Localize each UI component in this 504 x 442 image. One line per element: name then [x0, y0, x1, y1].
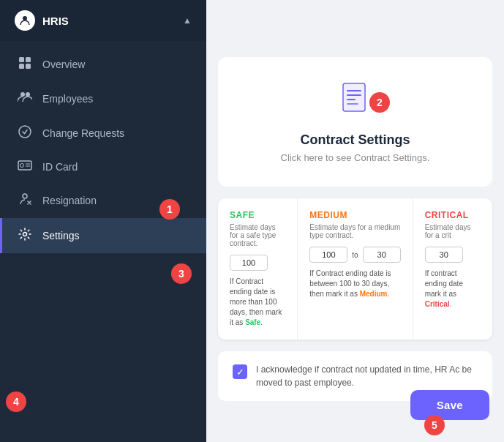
- svg-point-13: [23, 233, 27, 236]
- medium-card: MEDIUM Estimate days for a medium type c…: [298, 198, 413, 340]
- main-content: Contract Settings Click here to see Cont…: [206, 0, 504, 442]
- safe-label: SAFE: [230, 210, 285, 220]
- critical-note: If contract ending date mark it as Criti…: [425, 269, 481, 310]
- id-card-icon: [18, 160, 32, 173]
- acknowledgement-checkbox-wrap[interactable]: ✓: [233, 364, 247, 379]
- medium-input-from[interactable]: [309, 247, 347, 263]
- sidebar-item-employees[interactable]: Employees: [0, 82, 206, 116]
- svg-rect-3: [19, 64, 24, 69]
- badge-4: 4: [6, 392, 26, 412]
- contract-settings-subtitle: Click here to see Contract Settings.: [281, 152, 430, 163]
- svg-point-6: [26, 92, 30, 97]
- safe-card: SAFE Estimate days for a safe type contr…: [218, 198, 298, 340]
- chevron-up-icon: ▲: [183, 15, 192, 26]
- contract-settings-card[interactable]: Contract Settings Click here to see Cont…: [218, 57, 492, 187]
- critical-label: CRITICAL: [425, 210, 481, 220]
- settings-icon: [18, 228, 32, 244]
- status-cards-row: SAFE Estimate days for a safe type contr…: [218, 198, 492, 340]
- acknowledgement-checkbox[interactable]: ✓: [233, 364, 247, 379]
- sidebar: HRIS ▲ Overview: [0, 0, 206, 442]
- sidebar-item-overview-label: Overview: [42, 59, 85, 70]
- save-button[interactable]: Save: [410, 390, 489, 420]
- critical-inputs: [425, 247, 481, 263]
- acknowledgement-text: I acknowledge if contract not updated in…: [256, 363, 478, 389]
- svg-rect-1: [19, 57, 24, 62]
- hris-icon: [15, 10, 35, 31]
- change-requests-icon: [18, 125, 32, 141]
- sidebar-title: HRIS: [42, 15, 69, 27]
- svg-point-0: [23, 16, 27, 20]
- medium-note: If Contract ending date is between 100 t…: [309, 269, 400, 299]
- critical-input[interactable]: [425, 247, 463, 263]
- employees-icon: [18, 91, 32, 106]
- medium-desc: Estimate days for a medium type contract…: [309, 223, 400, 239]
- sidebar-item-change-requests-label: Change Requests: [42, 127, 124, 139]
- safe-note-colored: Safe: [245, 318, 260, 326]
- medium-note-colored: Medium: [360, 290, 388, 298]
- badge-3: 3: [171, 263, 192, 284]
- safe-inputs: [230, 255, 285, 271]
- contract-icon: [337, 80, 374, 124]
- resignation-icon: [18, 192, 32, 209]
- sidebar-item-settings[interactable]: Settings: [0, 218, 206, 253]
- svg-point-12: [23, 194, 27, 198]
- badge-2: 2: [369, 92, 390, 113]
- safe-input[interactable]: [230, 255, 268, 271]
- critical-note-colored: Critical: [425, 300, 450, 308]
- critical-card: CRITICAL Estimate days for a crit If con…: [413, 198, 492, 340]
- medium-separator: to: [352, 251, 358, 259]
- sidebar-item-id-card[interactable]: ID Card: [0, 151, 206, 183]
- safe-desc: Estimate days for a safe type contract.: [230, 223, 285, 247]
- sidebar-nav: Overview Employees Change Re: [0, 41, 206, 259]
- svg-rect-4: [26, 64, 31, 69]
- sidebar-item-settings-label: Settings: [42, 230, 80, 241]
- medium-input-to[interactable]: [363, 247, 401, 263]
- svg-point-7: [19, 126, 31, 138]
- critical-desc: Estimate days for a crit: [425, 223, 481, 239]
- safe-note: If Contract ending date is more than 100…: [230, 277, 285, 328]
- svg-rect-14: [343, 83, 365, 111]
- save-area: Save: [410, 390, 489, 420]
- overview-icon: [18, 56, 32, 72]
- sidebar-item-change-requests[interactable]: Change Requests: [0, 116, 206, 151]
- svg-point-5: [20, 92, 25, 97]
- sidebar-item-employees-label: Employees: [42, 93, 93, 105]
- sidebar-item-overview[interactable]: Overview: [0, 47, 206, 82]
- badge-1: 1: [159, 199, 180, 220]
- sidebar-item-id-card-label: ID Card: [42, 161, 78, 173]
- svg-point-9: [20, 164, 24, 168]
- svg-rect-2: [26, 57, 31, 62]
- contract-settings-title: Contract Settings: [300, 132, 410, 148]
- badge-5: 5: [424, 415, 445, 435]
- sidebar-item-resignation-label: Resignation: [42, 195, 97, 206]
- sidebar-header: HRIS ▲: [0, 0, 206, 41]
- medium-inputs: to: [309, 247, 400, 263]
- sidebar-header-left: HRIS: [15, 10, 69, 31]
- medium-label: MEDIUM: [309, 210, 400, 220]
